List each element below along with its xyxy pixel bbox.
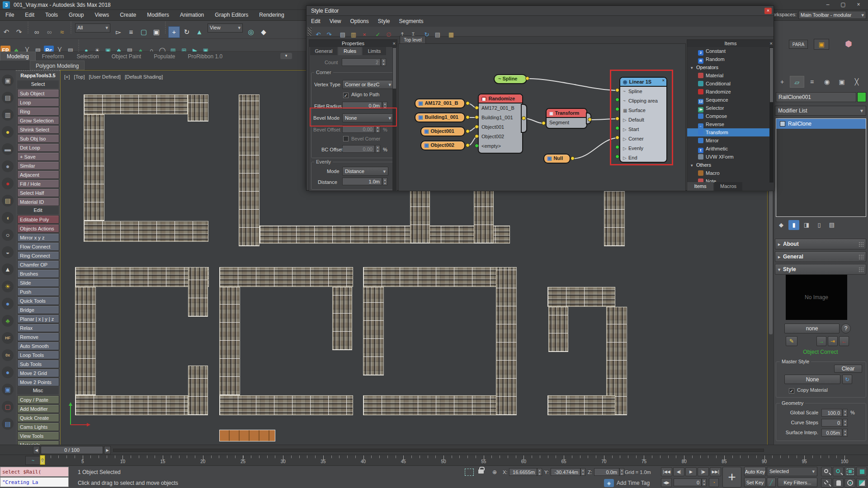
rappa-button-cams-lights[interactable]: Cams Lights bbox=[17, 422, 59, 431]
source-node[interactable]: ▣Building1_001 bbox=[415, 113, 465, 122]
select-and-manipulate-icon[interactable]: ◆ bbox=[258, 26, 269, 38]
rappa-button-flow-connect[interactable]: Flow Connect bbox=[17, 242, 59, 251]
menu-file[interactable]: File bbox=[0, 10, 19, 20]
object-name-field[interactable]: RailClone001 bbox=[776, 92, 856, 102]
menu-graph-editors[interactable]: Graph Editors bbox=[209, 10, 254, 20]
export-style-button[interactable]: ⇥ bbox=[828, 336, 838, 346]
note-icon[interactable]: ▤ bbox=[2, 195, 14, 206]
property-panel-icon[interactable]: ▥ bbox=[2, 109, 14, 121]
orbit-icon[interactable] bbox=[844, 478, 855, 488]
rappa-button-shrink-select[interactable]: Shrink Select bbox=[17, 125, 59, 134]
zoom-all-icon[interactable] bbox=[833, 467, 844, 476]
rappa-button-brushes[interactable]: Brushes bbox=[17, 269, 59, 278]
rappa-button-loop[interactable]: Loop bbox=[17, 98, 59, 107]
select-and-scale-icon[interactable]: ▲ bbox=[193, 26, 205, 38]
geo-spinner[interactable]: ▴▾ bbox=[843, 429, 848, 436]
bc-offset-spinner[interactable]: ▴▾ bbox=[375, 145, 380, 153]
modifier-stack-row[interactable]: RailClone bbox=[776, 119, 866, 129]
generator-in-port[interactable] bbox=[615, 136, 619, 140]
rappa-button-adjacent[interactable]: Adjacent bbox=[17, 170, 59, 179]
source-out-port[interactable] bbox=[466, 101, 470, 105]
rappa-button-sub-object[interactable]: Sub Object bbox=[17, 89, 59, 98]
select-by-name-icon[interactable]: ≡ bbox=[125, 26, 137, 38]
rappa-button-quick-create[interactable]: Quick Create bbox=[17, 413, 59, 422]
next-frame-button[interactable]: ▶ bbox=[104, 446, 111, 454]
camera-tool-icon[interactable]: ▣ bbox=[814, 39, 829, 50]
unlink-selection-icon[interactable]: ∞ bbox=[43, 26, 55, 38]
item-selector[interactable]: ≫Selector bbox=[687, 104, 769, 112]
time-slider[interactable]: 0 / 100 bbox=[41, 446, 103, 454]
go-start-button[interactable]: |◀◀ bbox=[661, 467, 672, 476]
se-menu-view[interactable]: View bbox=[325, 16, 346, 27]
menu-modifiers[interactable]: Modifiers bbox=[142, 10, 175, 20]
hierarchy-tab[interactable]: ≡ bbox=[805, 76, 819, 88]
properties-close-icon[interactable]: × bbox=[393, 40, 396, 47]
bind-to-space-warp-icon[interactable]: ≈ bbox=[56, 26, 68, 38]
se-menu-style[interactable]: Style bbox=[373, 16, 395, 27]
menu-tools[interactable]: Tools bbox=[40, 10, 63, 20]
rappa-button-remove[interactable]: Remove bbox=[17, 333, 59, 341]
edit-style-button[interactable]: ✎ bbox=[786, 336, 797, 346]
master-style-sync-icon[interactable]: ↻ bbox=[842, 375, 852, 384]
item-transform[interactable]: Transform bbox=[687, 128, 769, 136]
revert-style-button[interactable]: ← bbox=[839, 336, 849, 346]
reference-coordinate-dropdown[interactable]: View bbox=[208, 23, 243, 33]
rappa-button-ring[interactable]: Ring bbox=[17, 107, 59, 116]
style-none-button[interactable]: none bbox=[784, 324, 840, 333]
generator-in-port[interactable] bbox=[615, 98, 619, 102]
frame-spinner[interactable]: ▴▾ bbox=[702, 479, 707, 486]
select-and-link-icon[interactable]: ∞ bbox=[31, 26, 42, 38]
rappa-button-bridge[interactable]: Bridge bbox=[17, 305, 59, 314]
item-arithmetic[interactable]: ΣArithmetic bbox=[687, 145, 769, 153]
spline-node[interactable]: ~ Spline bbox=[494, 74, 527, 84]
menu-rendering[interactable]: Rendering bbox=[254, 10, 289, 20]
undo-icon[interactable]: ↶ bbox=[0, 26, 12, 38]
go-end-button[interactable]: ▶▶| bbox=[710, 467, 721, 476]
null-out-port[interactable] bbox=[571, 156, 575, 160]
selection-filter-dropdown[interactable]: All bbox=[75, 23, 110, 33]
item-randomize[interactable]: Randomize bbox=[687, 88, 769, 96]
source-node[interactable]: ▣Object001 bbox=[420, 127, 465, 136]
maxscript-listener-line2[interactable]: "Creating La bbox=[0, 477, 69, 487]
geo-field[interactable]: 0 bbox=[821, 419, 842, 427]
se-paste-icon[interactable]: ▥ bbox=[349, 31, 358, 39]
se-menu-segments[interactable]: Segments bbox=[395, 16, 428, 27]
menu-edit[interactable]: Edit bbox=[19, 10, 40, 20]
rappa-button-view-tools[interactable]: View Tools bbox=[17, 432, 59, 440]
time-slider-groove[interactable] bbox=[113, 449, 764, 452]
noise-sphere-icon[interactable]: ● bbox=[2, 298, 14, 310]
key-step-toggle[interactable]: ◀▶ bbox=[661, 478, 672, 487]
workspaces-dropdown[interactable]: Main Toolbar - modular bbox=[798, 11, 866, 19]
node-canvas[interactable]: ~ Spline▣AM172_001_B▣Building1_001▣Objec… bbox=[398, 43, 686, 191]
rollout-style[interactable]: ▾Style bbox=[775, 264, 866, 275]
rappa-button-copy-paste[interactable]: Copy / Paste bbox=[17, 395, 59, 404]
randomize-in-port[interactable] bbox=[475, 125, 479, 129]
rappa-button-chamfer-op[interactable]: Chamfer OP bbox=[17, 260, 59, 269]
count-field[interactable]: 2 bbox=[342, 58, 381, 66]
document-icon[interactable]: ▤ bbox=[2, 418, 14, 430]
generator-in-port[interactable] bbox=[615, 117, 619, 121]
rappa-button-loop-tools[interactable]: Loop Tools bbox=[17, 351, 59, 359]
viewport-menu-pov[interactable]: [User Defined] bbox=[89, 74, 121, 80]
randomize-in-port[interactable] bbox=[475, 134, 479, 138]
add-time-tag[interactable]: Add Time Tag bbox=[617, 480, 650, 486]
viewport-layout-icon[interactable]: ▣ bbox=[2, 75, 14, 86]
viewport-menu-view[interactable]: [Top] bbox=[74, 74, 85, 80]
item-others[interactable]: ▾Others bbox=[687, 161, 769, 169]
y-field[interactable]: -30.4744m bbox=[551, 468, 580, 476]
maximize-button[interactable]: ▢ bbox=[835, 1, 851, 9]
object-color-swatch[interactable] bbox=[857, 92, 866, 102]
rappa-button-fill-hole[interactable]: Fill / Hole bbox=[17, 179, 59, 188]
clapper-icon[interactable]: ▬ bbox=[2, 143, 14, 155]
item-mirror[interactable]: Mirror bbox=[687, 136, 769, 145]
crop-tool-icon[interactable]: ▢ bbox=[2, 401, 14, 413]
bc-offset-field[interactable]: 0.00 bbox=[342, 145, 375, 153]
transform-node[interactable]: ▣TransformSegment bbox=[546, 108, 587, 129]
null-node[interactable]: ▣Null bbox=[543, 154, 571, 164]
modifier-stack[interactable]: RailClone bbox=[776, 118, 866, 217]
geo-spinner[interactable]: ▴▾ bbox=[843, 409, 848, 417]
material-sphere-icon[interactable]: ● bbox=[2, 160, 14, 172]
key-filters-button[interactable]: Key Filters... bbox=[778, 478, 817, 487]
se-undo-icon[interactable]: ↶ bbox=[314, 31, 323, 39]
generator-in-port[interactable] bbox=[615, 155, 619, 159]
